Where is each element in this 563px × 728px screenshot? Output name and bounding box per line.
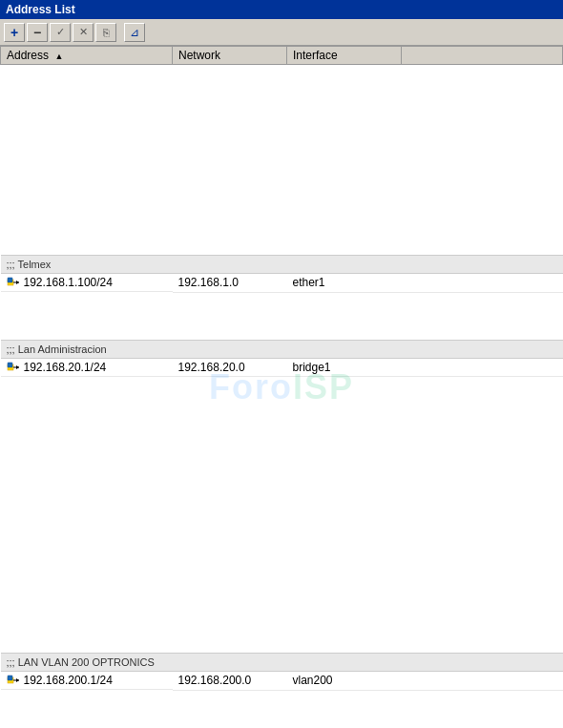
network-cell: 192.168.200.0 — [173, 672, 287, 691]
svg-marker-6 — [16, 365, 19, 369]
address-cell: 192.168.200.1/24 — [1, 672, 173, 690]
empty-space-mid1 — [1, 292, 563, 340]
interface-cell: ether1 — [287, 274, 402, 293]
add-icon: + — [10, 25, 18, 40]
address-cell: 192.168.1.100/24 — [1, 274, 173, 292]
network-cell: 192.168.20.0 — [173, 358, 287, 377]
svg-rect-3 — [8, 278, 12, 282]
extra-cell — [402, 672, 563, 691]
x-icon: ✕ — [79, 26, 88, 38]
extra-cell — [402, 274, 563, 293]
table-row[interactable]: 192.168.200.1/24 192.168.200.0 vlan200 — [1, 672, 563, 691]
col-header-network[interactable]: Network — [173, 47, 287, 65]
network-cell: 192.168.1.0 — [173, 274, 287, 293]
minus-icon: − — [33, 25, 41, 40]
check-icon: ✓ — [56, 26, 65, 38]
add-button[interactable]: + — [4, 23, 25, 42]
col-header-extra — [402, 47, 563, 65]
interface-cell: bridge1 — [287, 358, 402, 377]
section-vlan200: ;;; LAN VLAN 200 OPTRONICS — [1, 654, 563, 672]
interface-cell: vlan200 — [287, 672, 402, 691]
filter-icon: ⊿ — [130, 26, 139, 39]
section-telmex: ;;; Telmex — [1, 256, 563, 274]
table-row[interactable]: 192.168.1.100/24 192.168.1.0 ether1 — [1, 274, 563, 293]
address-table: Address ▲ Network Interface ;;; Tel — [0, 46, 563, 691]
title-bar: Address List — [0, 0, 563, 19]
remove-button[interactable]: − — [27, 23, 48, 42]
col-header-interface[interactable]: Interface — [287, 47, 402, 65]
sort-arrow: ▲ — [54, 52, 63, 61]
route-icon — [7, 276, 20, 289]
table-header-row: Address ▲ Network Interface — [1, 47, 563, 65]
toolbar: + − ✓ ✕ ⎘ ⊿ — [0, 19, 563, 46]
svg-rect-11 — [8, 676, 12, 680]
table-row[interactable]: 192.168.20.1/24 192.168.20.0 bridge1 — [1, 358, 563, 377]
section-lan-admin: ;;; Lan Administracion — [1, 340, 563, 358]
address-cell: 192.168.20.1/24 — [1, 359, 173, 377]
extra-cell — [402, 358, 563, 377]
table-container: ForoISP Address ▲ Network Interface — [0, 46, 563, 728]
filter-button[interactable]: ⊿ — [124, 23, 145, 42]
col-header-address[interactable]: Address ▲ — [1, 47, 173, 65]
copy-button[interactable]: ⎘ — [95, 23, 116, 42]
enable-button[interactable]: ✓ — [50, 23, 71, 42]
route-icon — [7, 674, 20, 687]
empty-space-mid2 — [1, 377, 563, 654]
empty-space-top — [1, 65, 563, 256]
copy-icon: ⎘ — [103, 27, 110, 38]
svg-marker-2 — [16, 281, 19, 284]
title-label: Address List — [6, 3, 75, 16]
route-icon — [7, 361, 20, 374]
svg-marker-10 — [16, 678, 19, 682]
svg-rect-7 — [8, 363, 12, 367]
disable-button[interactable]: ✕ — [73, 23, 94, 42]
